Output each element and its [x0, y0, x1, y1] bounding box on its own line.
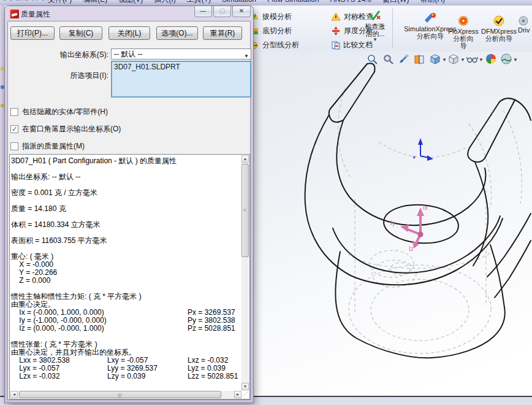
menu-item[interactable]: 窗口(W): [382, 0, 409, 4]
dfmxpress-icon: [493, 15, 505, 26]
dialog-title: 质量属性: [21, 9, 50, 20]
driveworksxpress-wizard-button[interactable]: Driv: [518, 15, 532, 34]
floxpress-icon: [457, 15, 469, 26]
svg-text:Ix: Ix: [423, 204, 428, 211]
results-line: 3D07_H01 ( Part Configuration - 默认 ) 的质量…: [11, 157, 242, 165]
menu-item[interactable]: 文件(F): [48, 0, 72, 4]
parting-line-analysis-button[interactable]: 分型线分析: [250, 39, 299, 51]
undercut-analysis-button[interactable]: 底切分析: [250, 25, 292, 37]
origin-triad: *: [412, 138, 433, 163]
vertical-scrollbar[interactable]: ▲ ≡ ▼: [241, 155, 249, 390]
menu-item[interactable]: ANSYS 14.0: [330, 0, 371, 4]
menu-bar: SOLIDWORKS 文件(F)编辑(E)视图(V)插入(I)工具(T)Simu…: [0, 0, 532, 6]
mass-properties-dialog: 质量属性 — ▢ ✕ 打印(P)... 复制(C) 关闭(L) 选项(O)...…: [5, 6, 253, 403]
simulationxpress-icon: [424, 12, 437, 24]
scroll-up-icon[interactable]: ▲: [241, 155, 249, 163]
svg-text:Iz: Iz: [409, 245, 414, 252]
principal-axes-triad: Ix Iy Iz: [390, 204, 428, 252]
minimize-button[interactable]: —: [194, 6, 212, 17]
toolbar-icon: [1, 67, 4, 71]
compare-documents-icon: [331, 40, 340, 50]
scroll-down-icon[interactable]: ▼: [241, 383, 249, 390]
origin-asterisk: *: [412, 154, 416, 163]
selected-items-label: 所选项目(I):: [47, 71, 108, 81]
assigned-mass-properties-checkbox[interactable]: 指派的质量属性(M): [10, 142, 85, 150]
results-line: Z = 0.000: [11, 277, 242, 285]
copy-button[interactable]: 复制(C): [59, 26, 102, 40]
results-line: 输出坐标系: -- 默认 --: [11, 173, 242, 181]
results-text: 3D07_H01 ( Part Configuration - 默认 ) 的质量…: [11, 157, 242, 380]
part-model-3d07-h01[interactable]: * Ix Iy Iz: [253, 52, 532, 396]
svg-text:Iy: Iy: [390, 220, 395, 226]
solidworks-part-icon: [10, 9, 19, 18]
menu-item[interactable]: 工具(T): [187, 0, 211, 4]
menu-item[interactable]: Flow Simulation: [267, 0, 319, 4]
check-active-documents-button[interactable]: 检查激 活的... ▼: [359, 9, 391, 42]
include-hidden-checkbox[interactable]: 包括隐藏的实体/零部件(H): [10, 107, 108, 116]
chevron-down-icon: ▼: [359, 37, 391, 42]
results-line: 表面积 = 11603.755 平方毫米: [11, 237, 242, 245]
checkbox-icon[interactable]: ✓: [10, 125, 18, 133]
vertical-scroll-thumb[interactable]: ≡: [241, 164, 249, 257]
visible-edges: [305, 63, 531, 358]
results-line: 密度 = 0.001 克 / 立方毫米: [11, 189, 242, 197]
checkbox-icon[interactable]: [10, 142, 18, 150]
graphics-viewport[interactable]: ▼ ▼ ▼ ▼: [253, 52, 532, 396]
toolbar-icon: [1, 104, 4, 107]
dfmxpress-wizard-button[interactable]: DFMXpress 分析向导: [479, 15, 519, 42]
results-line: Lzx = -0.032Lzy = 0.039Lzz = 5028.851: [11, 372, 242, 380]
maximize-button[interactable]: ▢: [213, 6, 231, 17]
output-coord-label: 输出坐标系(S):: [35, 50, 108, 60]
close-button[interactable]: 关闭(L): [108, 26, 150, 40]
results-line: 体积 = 14180.334 立方毫米: [11, 221, 242, 229]
selected-item-value: 3D07_H01.SLDPRT: [114, 63, 180, 71]
floxpress-wizard-button[interactable]: FloXpress 分析向 导: [445, 15, 482, 50]
symmetry-check-icon: [331, 12, 341, 21]
application-window: SOLIDWORKS 文件(F)编辑(E)视图(V)插入(I)工具(T)Simu…: [0, 0, 532, 405]
show-coord-in-corner-checkbox[interactable]: ✓ 在窗口角落显示输出坐标系(O): [10, 125, 121, 133]
results-line: Iz = (0.000, -0.000, 1.000)Pz = 5028.851: [11, 325, 242, 333]
horizontal-scrollbar[interactable]: ◄ ||| ►: [10, 391, 241, 398]
ribbon-separator: [392, 9, 393, 48]
results-line: 质量 = 14.180 克: [11, 205, 242, 213]
hidden-edges: [338, 88, 522, 353]
menu-items: 文件(F)编辑(E)视图(V)插入(I)工具(T)SimulationFlow …: [48, 0, 456, 6]
left-toolbar-sliver: [0, 6, 5, 396]
resize-grip[interactable]: ⋰: [241, 391, 249, 398]
menu-item[interactable]: 插入(I): [154, 0, 175, 4]
close-window-button[interactable]: ✕: [232, 6, 251, 17]
output-coord-value: -- 默认 --: [114, 49, 143, 59]
scroll-right-icon[interactable]: ►: [234, 391, 241, 398]
options-button[interactable]: 选项(O)...: [156, 26, 198, 40]
toolbar-icon: [1, 85, 4, 89]
driveworksxpress-icon: [518, 15, 529, 26]
output-coord-combobox[interactable]: -- 默认 -- ▼: [111, 48, 251, 60]
dialog-client-area: 打印(P)... 复制(C) 关闭(L) 选项(O)... 重算(R) 输出坐标…: [7, 21, 251, 400]
menu-item[interactable]: 视图(V): [118, 0, 143, 4]
draft-analysis-button[interactable]: 拔模分析: [250, 10, 292, 23]
check-active-icon: [368, 9, 382, 21]
mass-properties-results: 3D07_H01 ( Part Configuration - 默认 ) 的质量…: [9, 154, 250, 399]
selected-items-listbox[interactable]: 3D07_H01.SLDPRT: [111, 61, 251, 98]
print-button[interactable]: 打印(P)...: [10, 26, 55, 40]
menu-item[interactable]: 帮助(H): [420, 0, 445, 4]
menu-item[interactable]: 编辑(E): [83, 0, 107, 4]
menu-item[interactable]: Simulation: [222, 0, 256, 4]
checkbox-icon[interactable]: [10, 108, 18, 116]
chevron-down-icon: ▼: [244, 52, 249, 61]
scroll-left-icon[interactable]: ◄: [10, 391, 18, 398]
recalculate-button[interactable]: 重算(R): [203, 26, 242, 40]
horizontal-scroll-thumb[interactable]: |||: [19, 391, 221, 398]
thickness-analysis-icon: [331, 26, 341, 36]
